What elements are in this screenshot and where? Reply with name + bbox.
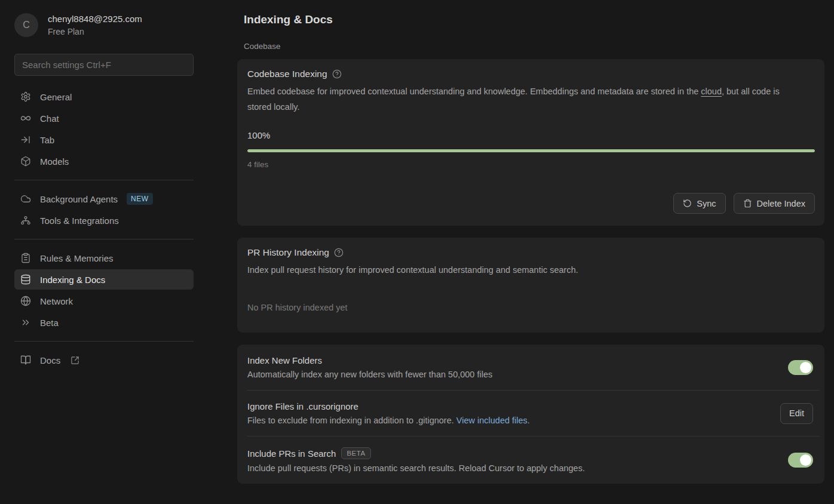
sidebar-item-rules-memories[interactable]: Rules & Memories [14,248,194,268]
sidebar-item-background-agents[interactable]: Background Agents NEW [14,189,194,209]
sidebar-item-network[interactable]: Network [14,291,194,311]
sidebar-item-label: Models [40,156,69,167]
sidebar-item-label: Tools & Integrations [40,216,119,226]
new-badge: NEW [127,193,153,205]
cloud-link[interactable]: cloud [701,87,722,96]
pr-history-card: PR History Indexing Index pull request h… [237,238,824,333]
fork-icon [20,215,31,226]
sidebar-divider [14,180,194,180]
clipboard-icon [20,253,31,263]
sidebar-item-models[interactable]: Models [14,151,194,171]
sidebar-nav: General Chat Tab Models Background [14,87,194,370]
setting-description: Include pull requests (PRs) in semantic … [247,463,585,473]
account-plan: Free Plan [48,27,142,36]
help-icon[interactable] [334,248,344,257]
account-section[interactable]: C chenyl8848@2925.com Free Plan [14,13,194,37]
setting-title: Ignore Files in .cursorignore [247,401,358,411]
avatar: C [14,13,38,37]
sidebar-item-label: Indexing & Docs [40,275,105,285]
trash-icon [743,199,752,208]
codebase-indexing-title: Codebase Indexing [247,69,327,79]
setting-description: Automatically index any new folders with… [247,370,492,379]
cloud-icon [20,193,31,204]
indexing-settings-card: Index New Folders Automatically index an… [237,345,824,484]
book-icon [20,355,31,365]
infinity-icon [20,113,31,124]
setting-title: Index New Folders [247,355,322,365]
pr-history-title: PR History Indexing [247,247,329,258]
progress-fill [247,149,815,152]
gear-icon [20,91,31,102]
search-input[interactable] [14,54,194,76]
sidebar-item-label: Background Agents [40,194,118,204]
delete-index-button[interactable]: Delete Index [734,193,815,214]
progress-bar [247,149,815,152]
page-title: Indexing & Docs [244,13,824,26]
sidebar-item-label: Chat [40,113,59,124]
setting-title: Include PRs in Search [247,448,336,459]
setting-row-index-new-folders: Index New Folders Automatically index an… [237,345,824,390]
help-icon[interactable] [332,69,342,79]
globe-icon [20,296,31,306]
view-included-files-link[interactable]: View included files. [456,416,530,425]
sidebar-item-beta[interactable]: Beta [14,312,194,333]
pr-history-empty-state: No PR history indexed yet [247,303,815,312]
sidebar-item-general[interactable]: General [14,87,194,107]
cube-icon [20,156,31,167]
sidebar-item-label: Rules & Memories [40,253,114,263]
sync-icon [683,199,692,208]
include-prs-toggle[interactable] [788,453,813,468]
description-text: Files to exclude from indexing in additi… [247,416,456,425]
sidebar-divider [14,239,194,239]
setting-row-include-prs: Include PRs in Search BETA Include pull … [237,437,824,484]
chevrons-right-icon [20,317,31,328]
codebase-indexing-card: Codebase Indexing Embed codebase for imp… [237,59,824,226]
description-text: Embed codebase for improved contextual u… [247,87,701,96]
index-new-folders-toggle[interactable] [788,360,813,375]
toggle-knob [800,362,811,373]
sidebar-item-docs[interactable]: Docs [14,350,194,370]
setting-row-cursorignore: Ignore Files in .cursorignore Files to e… [237,391,824,436]
arrow-to-line-icon [20,134,31,145]
avatar-initial: C [23,20,30,30]
sync-button[interactable]: Sync [673,193,725,214]
setting-description: Files to exclude from indexing in additi… [247,416,530,425]
sidebar-item-label: General [40,92,72,102]
sidebar-item-label: Beta [40,318,59,328]
sidebar-divider [14,341,194,342]
sidebar-item-chat[interactable]: Chat [14,108,194,128]
sidebar-item-indexing-docs[interactable]: Indexing & Docs [14,269,194,290]
settings-sidebar: C chenyl8848@2925.com Free Plan General … [0,0,208,504]
pr-history-description: Index pull request history for improved … [247,262,803,278]
beta-badge: BETA [341,447,370,459]
codebase-indexing-description: Embed codebase for improved contextual u… [247,84,803,115]
settings-main-panel: Indexing & Docs Codebase Codebase Indexi… [208,0,834,504]
external-link-icon [70,356,79,365]
progress-percent: 100% [247,130,815,140]
sidebar-item-label: Tab [40,135,54,145]
edit-button[interactable]: Edit [780,403,813,424]
database-icon [20,274,31,285]
files-count: 4 files [247,160,815,169]
sidebar-item-label: Docs [40,355,60,365]
delete-index-button-label: Delete Index [757,199,805,208]
account-email: chenyl8848@2925.com [48,14,142,24]
toggle-knob [800,454,811,466]
sidebar-item-tab[interactable]: Tab [14,130,194,150]
sidebar-item-tools-integrations[interactable]: Tools & Integrations [14,210,194,231]
sync-button-label: Sync [697,199,716,208]
section-label-codebase: Codebase [244,42,824,51]
sidebar-item-label: Network [40,296,73,306]
